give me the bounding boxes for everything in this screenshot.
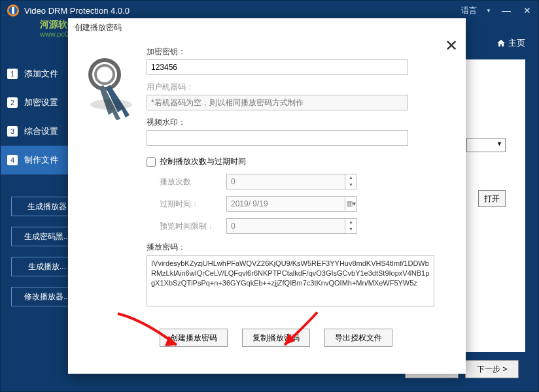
sidebar-label: 添加文件	[24, 68, 58, 80]
preview-limit-spinner[interactable]: ▲▼	[226, 218, 357, 234]
language-menu[interactable]: 语言	[461, 5, 477, 16]
sidebar-label: 综合设置	[24, 125, 58, 137]
close-window-button[interactable]: ✕	[521, 5, 533, 16]
sidebar-label: 加密设置	[24, 97, 58, 108]
preview-limit-input	[227, 219, 345, 233]
license-code-textarea[interactable]: IVvirdesybKZyzjUHLwhPFaWQVZ26KjQU9/KsW5R…	[147, 255, 434, 306]
machine-code-input[interactable]	[147, 95, 408, 110]
expire-time-picker[interactable]: ▥▾	[226, 196, 357, 212]
preview-limit-label: 预览时间限制：	[160, 221, 216, 232]
up-arrow-icon: ▲	[345, 174, 356, 182]
play-count-input	[227, 174, 345, 189]
down-arrow-icon: ▼	[345, 226, 356, 233]
chevron-down-icon: ▼	[494, 139, 505, 149]
open-button[interactable]: 打开	[478, 190, 506, 207]
copy-license-button[interactable]: 复制播放密码	[242, 329, 310, 347]
titlebar: Video DRM Protection 4.0.0 语言 ▼ — ✕	[1, 1, 538, 20]
step-number: 3	[7, 126, 18, 137]
video-watermark-label: 视频水印：	[147, 117, 450, 128]
limit-group: 播放次数 ▲▼ 过期时间： ▥▾ 预览时间限制： ▲▼	[147, 174, 450, 234]
create-license-button[interactable]: 创建播放密码	[160, 329, 228, 347]
create-license-dialog: 创建播放密码 ✕ 加密密钥： 用户机器码： 视频水印： 控制播放次数与过期时间 …	[68, 18, 466, 374]
limit-playback-label: 控制播放次数与过期时间	[160, 156, 246, 167]
encrypt-key-input[interactable]	[147, 59, 408, 75]
export-license-button[interactable]: 导出授权文件	[324, 329, 392, 347]
expire-time-input	[227, 197, 345, 211]
dialog-title: 创建播放密码	[68, 18, 466, 35]
license-code-label: 播放密码：	[147, 242, 450, 253]
play-count-label: 播放次数	[160, 176, 216, 188]
encrypt-key-label: 加密密钥：	[147, 46, 450, 57]
home-icon	[496, 39, 506, 48]
down-arrow-icon: ▼	[345, 182, 356, 189]
video-watermark-input[interactable]	[147, 130, 408, 146]
dialog-body: 加密密钥： 用户机器码： 视频水印： 控制播放次数与过期时间 播放次数 ▲▼	[68, 35, 466, 353]
sidebar-label: 制作文件	[24, 154, 58, 166]
svg-rect-2	[12, 7, 14, 14]
panel-dropdown[interactable]: ▼	[466, 138, 506, 152]
machine-code-label: 用户机器码：	[147, 82, 450, 93]
limit-playback-checkbox[interactable]	[147, 157, 156, 167]
play-count-spinner[interactable]: ▲▼	[226, 174, 357, 189]
minimize-button[interactable]: —	[500, 5, 512, 16]
app-title: Video DRM Protection 4.0.0	[24, 6, 130, 16]
home-button[interactable]: 主页	[496, 37, 525, 49]
calendar-dropdown-icon: ▥▾	[345, 197, 356, 211]
home-label: 主页	[508, 37, 525, 49]
expire-time-label: 过期时间：	[160, 199, 216, 210]
next-step-button[interactable]: 下一步 >	[465, 360, 519, 378]
step-number: 2	[7, 97, 18, 108]
step-number: 4	[7, 155, 18, 165]
step-number: 1	[7, 69, 18, 79]
app-logo-icon	[6, 3, 20, 18]
language-dropdown-icon[interactable]: ▼	[486, 8, 491, 14]
up-arrow-icon: ▲	[345, 219, 356, 226]
